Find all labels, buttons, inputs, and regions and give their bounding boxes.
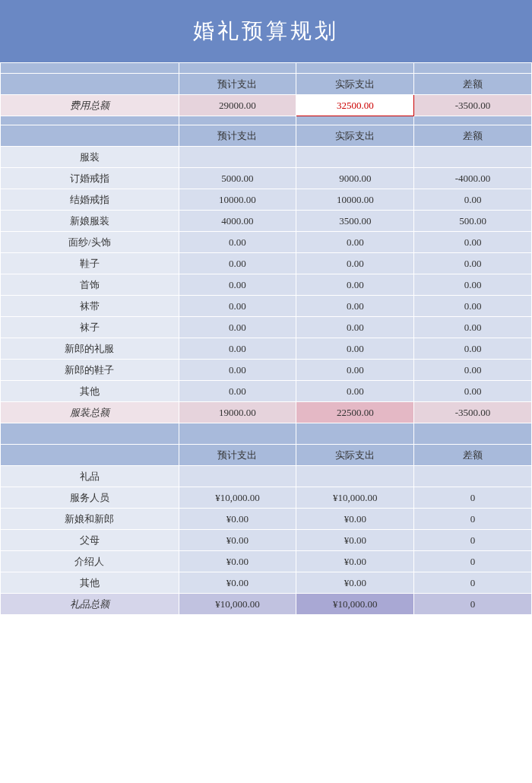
table-row: 新娘服装4000.003500.00500.00 [1,211,532,232]
total-diff: -3500.00 [414,95,532,116]
spacer [1,116,532,125]
col-actual: 实际支出 [296,125,414,147]
col-diff: 差额 [414,74,532,95]
col-diff: 差额 [414,445,532,466]
row-label: 服务人员 [1,487,179,509]
row-actual: 0.00 [296,253,414,274]
page-title: 婚礼预算规划 [0,0,532,62]
table-row: 结婚戒指10000.0010000.000.00 [1,189,532,211]
row-diff: 0.00 [414,317,532,338]
row-expected: 5000.00 [179,168,296,189]
col-expected: 预计支出 [179,74,296,95]
row-diff: 0 [414,509,532,530]
row-actual: ¥10,000.00 [296,487,414,509]
total-actual: 32500.00 [296,95,414,116]
table-row: 其他¥0.00¥0.000 [1,572,532,594]
row-label: 介绍人 [1,551,179,572]
row-diff: 0.00 [414,189,532,211]
row-expected: 0.00 [179,274,296,296]
row-label: 结婚戒指 [1,189,179,211]
row-expected: 0.00 [179,381,296,402]
row-diff: 500.00 [414,211,532,232]
row-expected: ¥10,000.00 [179,487,296,509]
col-expected: 预计支出 [179,125,296,147]
row-actual: 9000.00 [296,168,414,189]
row-actual: 0.00 [296,317,414,338]
section1-name-row: 服装 [1,147,532,168]
row-label: 袜带 [1,296,179,317]
row-label: 鞋子 [1,253,179,274]
row-diff: 0.00 [414,296,532,317]
row-diff: 0.00 [414,274,532,296]
row-expected: ¥0.00 [179,530,296,551]
row-actual: 3500.00 [296,211,414,232]
row-expected: ¥0.00 [179,572,296,594]
row-label: 新娘服装 [1,211,179,232]
table-row: 面纱/头饰0.000.000.00 [1,232,532,253]
row-diff: 0 [414,487,532,509]
total-row: 费用总额 29000.00 32500.00 -3500.00 [1,95,532,116]
row-expected: 0.00 [179,317,296,338]
table-row: 新郎的礼服0.000.000.00 [1,338,532,360]
row-label: 其他 [1,572,179,594]
table-row: 父母¥0.00¥0.000 [1,530,532,551]
section1-name: 服装 [1,147,179,168]
col-actual: 实际支出 [296,445,414,466]
row-actual: 0.00 [296,274,414,296]
row-diff: 0.00 [414,360,532,381]
subtotal-label: 服装总额 [1,402,179,423]
table-row: 袜子0.000.000.00 [1,317,532,338]
subtotal-diff: -3500.00 [414,402,532,423]
row-label: 首饰 [1,274,179,296]
subtotal-expected: ¥10,000.00 [179,594,296,615]
row-label: 新娘和新郎 [1,509,179,530]
row-diff: 0 [414,572,532,594]
subtotal-label: 礼品总额 [1,594,179,615]
row-expected: 10000.00 [179,189,296,211]
row-actual: ¥0.00 [296,530,414,551]
total-expected: 29000.00 [179,95,296,116]
row-label: 订婚戒指 [1,168,179,189]
budget-table: 预计支出 实际支出 差额 费用总额 29000.00 32500.00 -350… [0,62,532,615]
row-expected: 0.00 [179,232,296,253]
table-row: 订婚戒指5000.009000.00-4000.00 [1,168,532,189]
row-actual: 0.00 [296,296,414,317]
row-expected: ¥0.00 [179,551,296,572]
row-expected: 0.00 [179,253,296,274]
section2-name-row: 礼品 [1,466,532,487]
header-row: 预计支出 实际支出 差额 [1,74,532,95]
col-expected: 预计支出 [179,445,296,466]
row-actual: ¥0.00 [296,509,414,530]
row-label: 新郎的礼服 [1,338,179,360]
row-diff: 0 [414,551,532,572]
table-row: 介绍人¥0.00¥0.000 [1,551,532,572]
subtotal-expected: 19000.00 [179,402,296,423]
row-expected: 4000.00 [179,211,296,232]
row-expected: ¥0.00 [179,509,296,530]
row-expected: 0.00 [179,338,296,360]
row-label: 其他 [1,381,179,402]
row-diff: 0.00 [414,338,532,360]
row-actual: 10000.00 [296,189,414,211]
section1-subtotal: 服装总额 19000.00 22500.00 -3500.00 [1,402,532,423]
section2-subtotal: 礼品总额 ¥10,000.00 ¥10,000.00 0 [1,594,532,615]
row-diff: 0.00 [414,381,532,402]
spacer [1,423,532,445]
row-actual: ¥0.00 [296,551,414,572]
row-expected: 0.00 [179,296,296,317]
budget-document: 婚礼预算规划 预计支出 实际支出 差额 费用总额 29000.00 32500.… [0,0,532,615]
section1-header: 预计支出 实际支出 差额 [1,125,532,147]
table-row: 首饰0.000.000.00 [1,274,532,296]
row-diff: 0.00 [414,232,532,253]
row-label: 父母 [1,530,179,551]
row-label: 袜子 [1,317,179,338]
table-row: 新娘和新郎¥0.00¥0.000 [1,509,532,530]
col-actual: 实际支出 [296,74,414,95]
row-label: 面纱/头饰 [1,232,179,253]
subtotal-actual: ¥10,000.00 [296,594,414,615]
table-row: 其他0.000.000.00 [1,381,532,402]
row-actual: 0.00 [296,360,414,381]
row-diff: -4000.00 [414,168,532,189]
row-label: 新郎的鞋子 [1,360,179,381]
table-row: 服务人员¥10,000.00¥10,000.000 [1,487,532,509]
